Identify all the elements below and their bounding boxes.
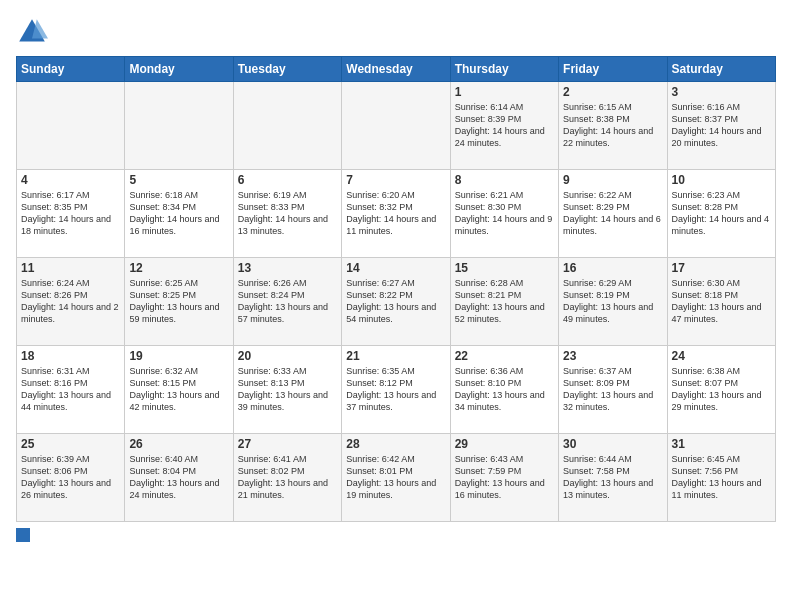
day-info: Sunrise: 6:45 AM Sunset: 7:56 PM Dayligh… — [672, 453, 771, 502]
logo — [16, 16, 52, 48]
day-number: 21 — [346, 349, 445, 363]
calendar-cell: 16Sunrise: 6:29 AM Sunset: 8:19 PM Dayli… — [559, 258, 667, 346]
day-info: Sunrise: 6:28 AM Sunset: 8:21 PM Dayligh… — [455, 277, 554, 326]
day-info: Sunrise: 6:24 AM Sunset: 8:26 PM Dayligh… — [21, 277, 120, 326]
day-info: Sunrise: 6:16 AM Sunset: 8:37 PM Dayligh… — [672, 101, 771, 150]
day-info: Sunrise: 6:43 AM Sunset: 7:59 PM Dayligh… — [455, 453, 554, 502]
day-info: Sunrise: 6:35 AM Sunset: 8:12 PM Dayligh… — [346, 365, 445, 414]
calendar-cell: 8Sunrise: 6:21 AM Sunset: 8:30 PM Daylig… — [450, 170, 558, 258]
day-number: 14 — [346, 261, 445, 275]
header-day-wednesday: Wednesday — [342, 57, 450, 82]
calendar-cell: 23Sunrise: 6:37 AM Sunset: 8:09 PM Dayli… — [559, 346, 667, 434]
header-day-sunday: Sunday — [17, 57, 125, 82]
day-info: Sunrise: 6:33 AM Sunset: 8:13 PM Dayligh… — [238, 365, 337, 414]
day-number: 10 — [672, 173, 771, 187]
day-info: Sunrise: 6:31 AM Sunset: 8:16 PM Dayligh… — [21, 365, 120, 414]
day-number: 6 — [238, 173, 337, 187]
day-number: 24 — [672, 349, 771, 363]
day-number: 29 — [455, 437, 554, 451]
day-number: 4 — [21, 173, 120, 187]
day-number: 23 — [563, 349, 662, 363]
day-number: 11 — [21, 261, 120, 275]
day-number: 2 — [563, 85, 662, 99]
day-number: 28 — [346, 437, 445, 451]
calendar-table: SundayMondayTuesdayWednesdayThursdayFrid… — [16, 56, 776, 522]
legend-color-box — [16, 528, 30, 542]
day-number: 26 — [129, 437, 228, 451]
day-info: Sunrise: 6:37 AM Sunset: 8:09 PM Dayligh… — [563, 365, 662, 414]
calendar-cell: 18Sunrise: 6:31 AM Sunset: 8:16 PM Dayli… — [17, 346, 125, 434]
day-info: Sunrise: 6:14 AM Sunset: 8:39 PM Dayligh… — [455, 101, 554, 150]
day-info: Sunrise: 6:39 AM Sunset: 8:06 PM Dayligh… — [21, 453, 120, 502]
day-info: Sunrise: 6:17 AM Sunset: 8:35 PM Dayligh… — [21, 189, 120, 238]
day-number: 16 — [563, 261, 662, 275]
calendar-week-row: 11Sunrise: 6:24 AM Sunset: 8:26 PM Dayli… — [17, 258, 776, 346]
day-info: Sunrise: 6:40 AM Sunset: 8:04 PM Dayligh… — [129, 453, 228, 502]
calendar-cell: 1Sunrise: 6:14 AM Sunset: 8:39 PM Daylig… — [450, 82, 558, 170]
logo-icon — [16, 16, 48, 48]
calendar-cell: 21Sunrise: 6:35 AM Sunset: 8:12 PM Dayli… — [342, 346, 450, 434]
calendar-cell: 31Sunrise: 6:45 AM Sunset: 7:56 PM Dayli… — [667, 434, 775, 522]
header-day-friday: Friday — [559, 57, 667, 82]
calendar-cell — [342, 82, 450, 170]
calendar-cell: 22Sunrise: 6:36 AM Sunset: 8:10 PM Dayli… — [450, 346, 558, 434]
calendar-cell — [17, 82, 125, 170]
calendar-cell: 11Sunrise: 6:24 AM Sunset: 8:26 PM Dayli… — [17, 258, 125, 346]
calendar-cell: 15Sunrise: 6:28 AM Sunset: 8:21 PM Dayli… — [450, 258, 558, 346]
svg-marker-1 — [32, 19, 48, 38]
day-info: Sunrise: 6:29 AM Sunset: 8:19 PM Dayligh… — [563, 277, 662, 326]
day-info: Sunrise: 6:44 AM Sunset: 7:58 PM Dayligh… — [563, 453, 662, 502]
day-number: 19 — [129, 349, 228, 363]
calendar-cell: 10Sunrise: 6:23 AM Sunset: 8:28 PM Dayli… — [667, 170, 775, 258]
day-info: Sunrise: 6:27 AM Sunset: 8:22 PM Dayligh… — [346, 277, 445, 326]
day-number: 30 — [563, 437, 662, 451]
day-info: Sunrise: 6:23 AM Sunset: 8:28 PM Dayligh… — [672, 189, 771, 238]
day-info: Sunrise: 6:41 AM Sunset: 8:02 PM Dayligh… — [238, 453, 337, 502]
day-info: Sunrise: 6:32 AM Sunset: 8:15 PM Dayligh… — [129, 365, 228, 414]
day-info: Sunrise: 6:42 AM Sunset: 8:01 PM Dayligh… — [346, 453, 445, 502]
day-info: Sunrise: 6:19 AM Sunset: 8:33 PM Dayligh… — [238, 189, 337, 238]
calendar-cell: 12Sunrise: 6:25 AM Sunset: 8:25 PM Dayli… — [125, 258, 233, 346]
calendar-cell: 30Sunrise: 6:44 AM Sunset: 7:58 PM Dayli… — [559, 434, 667, 522]
calendar-cell: 26Sunrise: 6:40 AM Sunset: 8:04 PM Dayli… — [125, 434, 233, 522]
header-day-saturday: Saturday — [667, 57, 775, 82]
calendar-header-row: SundayMondayTuesdayWednesdayThursdayFrid… — [17, 57, 776, 82]
day-info: Sunrise: 6:26 AM Sunset: 8:24 PM Dayligh… — [238, 277, 337, 326]
calendar-cell: 6Sunrise: 6:19 AM Sunset: 8:33 PM Daylig… — [233, 170, 341, 258]
day-number: 22 — [455, 349, 554, 363]
day-number: 25 — [21, 437, 120, 451]
calendar-cell: 19Sunrise: 6:32 AM Sunset: 8:15 PM Dayli… — [125, 346, 233, 434]
day-number: 27 — [238, 437, 337, 451]
header-day-thursday: Thursday — [450, 57, 558, 82]
day-info: Sunrise: 6:38 AM Sunset: 8:07 PM Dayligh… — [672, 365, 771, 414]
calendar-week-row: 1Sunrise: 6:14 AM Sunset: 8:39 PM Daylig… — [17, 82, 776, 170]
calendar-cell: 14Sunrise: 6:27 AM Sunset: 8:22 PM Dayli… — [342, 258, 450, 346]
day-info: Sunrise: 6:21 AM Sunset: 8:30 PM Dayligh… — [455, 189, 554, 238]
day-number: 7 — [346, 173, 445, 187]
calendar-cell: 25Sunrise: 6:39 AM Sunset: 8:06 PM Dayli… — [17, 434, 125, 522]
calendar-cell — [125, 82, 233, 170]
calendar-cell: 9Sunrise: 6:22 AM Sunset: 8:29 PM Daylig… — [559, 170, 667, 258]
legend — [16, 528, 776, 542]
day-number: 3 — [672, 85, 771, 99]
calendar-cell: 27Sunrise: 6:41 AM Sunset: 8:02 PM Dayli… — [233, 434, 341, 522]
day-number: 12 — [129, 261, 228, 275]
calendar-cell: 13Sunrise: 6:26 AM Sunset: 8:24 PM Dayli… — [233, 258, 341, 346]
calendar-cell: 24Sunrise: 6:38 AM Sunset: 8:07 PM Dayli… — [667, 346, 775, 434]
day-info: Sunrise: 6:25 AM Sunset: 8:25 PM Dayligh… — [129, 277, 228, 326]
day-info: Sunrise: 6:36 AM Sunset: 8:10 PM Dayligh… — [455, 365, 554, 414]
day-number: 8 — [455, 173, 554, 187]
header-day-tuesday: Tuesday — [233, 57, 341, 82]
day-number: 31 — [672, 437, 771, 451]
day-info: Sunrise: 6:20 AM Sunset: 8:32 PM Dayligh… — [346, 189, 445, 238]
header-day-monday: Monday — [125, 57, 233, 82]
calendar-week-row: 18Sunrise: 6:31 AM Sunset: 8:16 PM Dayli… — [17, 346, 776, 434]
calendar-week-row: 25Sunrise: 6:39 AM Sunset: 8:06 PM Dayli… — [17, 434, 776, 522]
calendar-cell: 2Sunrise: 6:15 AM Sunset: 8:38 PM Daylig… — [559, 82, 667, 170]
day-number: 17 — [672, 261, 771, 275]
calendar-cell: 4Sunrise: 6:17 AM Sunset: 8:35 PM Daylig… — [17, 170, 125, 258]
day-info: Sunrise: 6:15 AM Sunset: 8:38 PM Dayligh… — [563, 101, 662, 150]
day-number: 13 — [238, 261, 337, 275]
day-number: 20 — [238, 349, 337, 363]
day-number: 1 — [455, 85, 554, 99]
